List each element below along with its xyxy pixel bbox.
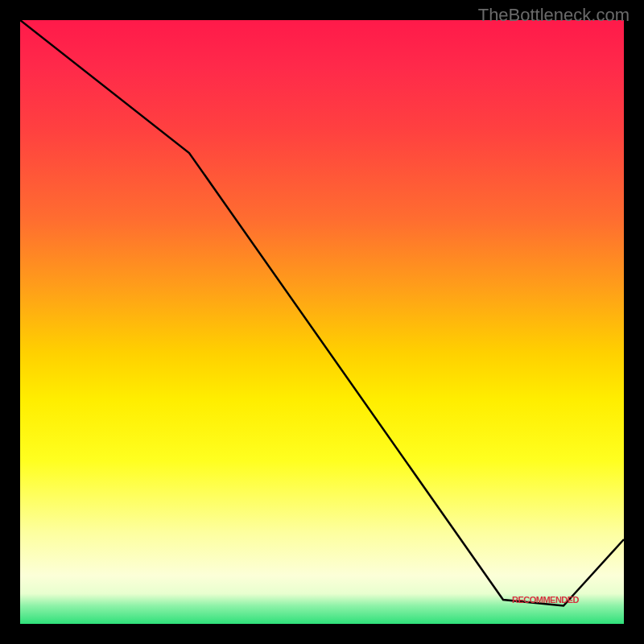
chart-svg bbox=[20, 20, 624, 624]
chart-curve bbox=[20, 20, 624, 606]
chart-plot-area: RECOMMENDED bbox=[20, 20, 624, 624]
watermark-text: TheBottleneck.com bbox=[478, 5, 630, 26]
chart-annotation-recommended: RECOMMENDED bbox=[512, 595, 579, 605]
